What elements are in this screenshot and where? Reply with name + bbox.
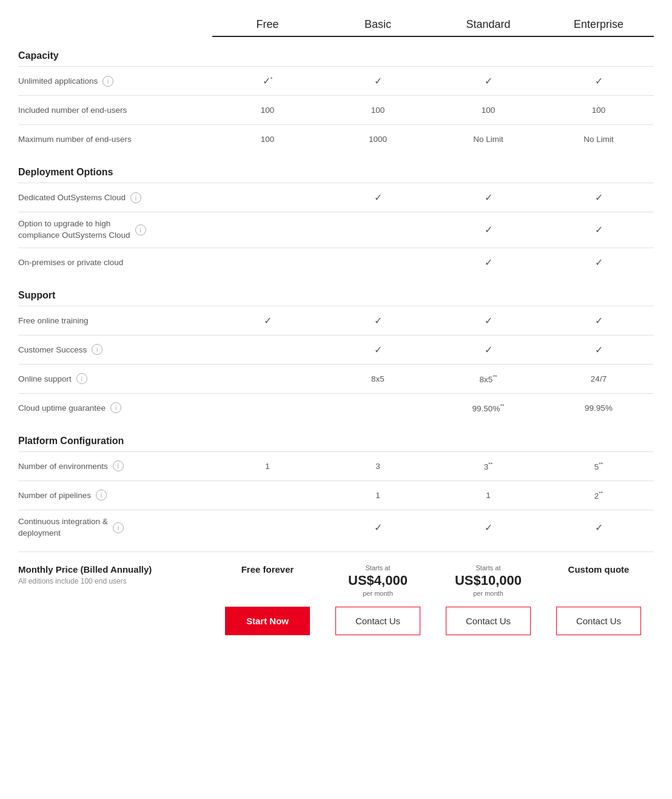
info-icon-unlimited-apps[interactable]: i [102, 76, 113, 87]
cell-free-environments: 1 [212, 456, 323, 477]
cell-free-max-users: 100 [212, 129, 323, 150]
price-basic-starts-at: Starts at [366, 564, 391, 571]
cell-enterprise-online-training: ✓ [543, 309, 654, 332]
cell-free-high-compliance [212, 224, 323, 236]
row-unlimited-apps: Unlimited applications i ✓* ✓ ✓ ✓ [18, 66, 654, 95]
cell-enterprise-environments: 5** [543, 455, 654, 477]
section-platform-title: Platform Configuration [18, 436, 212, 447]
header-standard: Standard [433, 12, 543, 37]
cell-standard-online-training: ✓ [433, 309, 543, 332]
cell-basic-on-premises [323, 256, 433, 268]
info-icon-dedicated-cloud[interactable]: i [130, 192, 141, 203]
btn-standard-cell: Contact Us [433, 607, 543, 635]
row-uptime-guarantee: Cloud uptime guarantee i 99.50%** 99.95% [18, 393, 654, 422]
cell-enterprise-dedicated-cloud: ✓ [543, 186, 654, 209]
label-ci-deployment: Continuous integration &deployment i [18, 510, 212, 545]
price-free-text: Free forever [241, 564, 294, 575]
label-high-compliance: Option to upgrade to highcompliance OutS… [18, 212, 212, 248]
cell-free-customer-success [212, 343, 323, 356]
cell-standard-customer-success: ✓ [433, 338, 543, 362]
column-headers: Free Basic Standard Enterprise [18, 12, 654, 37]
cell-free-ci-deployment [212, 522, 323, 534]
row-max-users: Maximum number of end-users 100 1000 No … [18, 124, 654, 153]
label-unlimited-apps: Unlimited applications i [18, 70, 212, 93]
cell-basic-dedicated-cloud: ✓ [323, 186, 433, 209]
start-now-button[interactable]: Start Now [225, 607, 310, 635]
cell-standard-unlimited-apps: ✓ [433, 69, 543, 93]
price-enterprise: Custom quote [543, 564, 654, 575]
price-basic: Starts at US$4,000 per month [323, 564, 433, 597]
row-environments: Number of environments i 1 3 3** 5** [18, 451, 654, 480]
info-icon-environments[interactable]: i [113, 460, 124, 471]
price-free: Free forever [212, 564, 323, 575]
cell-standard-on-premises: ✓ [433, 251, 543, 274]
row-dedicated-cloud: Dedicated OutSystems Cloud i ✓ ✓ ✓ [18, 183, 654, 212]
section-platform: Platform Configuration [18, 422, 654, 451]
row-online-support: Online support i 8x5 8x5** 24/7 [18, 364, 654, 393]
btn-free-cell: Start Now [212, 607, 323, 635]
price-basic-per-month: per month [363, 590, 393, 597]
cell-basic-environments: 3 [323, 456, 433, 477]
cell-free-online-support [212, 373, 323, 385]
header-enterprise: Enterprise [543, 12, 654, 37]
price-standard-per-month: per month [473, 590, 503, 597]
cell-enterprise-on-premises: ✓ [543, 251, 654, 274]
price-standard-starts-at: Starts at [476, 564, 501, 571]
row-ci-deployment: Continuous integration &deployment i ✓ ✓… [18, 510, 654, 545]
label-max-users: Maximum number of end-users [18, 129, 212, 150]
monthly-price-subtitle: All editions include 100 end users [18, 577, 212, 585]
contact-us-button-standard[interactable]: Contact Us [446, 607, 531, 635]
section-support: Support [18, 277, 654, 306]
cell-free-included-users: 100 [212, 99, 323, 121]
cell-basic-pipelines: 1 [323, 485, 433, 506]
info-icon-online-support[interactable]: i [76, 373, 87, 384]
cell-standard-dedicated-cloud: ✓ [433, 186, 543, 209]
header-empty [18, 12, 212, 37]
info-icon-pipelines[interactable]: i [96, 490, 107, 501]
info-icon-high-compliance[interactable]: i [135, 224, 146, 235]
section-support-title: Support [18, 290, 212, 301]
pricing-footer: Monthly Price (Billed Annually) All edit… [18, 551, 654, 597]
row-high-compliance: Option to upgrade to highcompliance OutS… [18, 212, 654, 248]
section-deployment-title: Deployment Options [18, 167, 212, 178]
contact-us-button-enterprise[interactable]: Contact Us [556, 607, 641, 635]
cell-enterprise-high-compliance: ✓ [543, 218, 654, 241]
cell-basic-online-support: 8x5 [323, 368, 433, 389]
row-pipelines: Number of pipelines i 1 1 2** [18, 480, 654, 510]
cell-standard-max-users: No Limit [433, 129, 543, 150]
section-capacity-title: Capacity [18, 50, 212, 61]
cell-enterprise-max-users: No Limit [543, 129, 654, 150]
info-icon-uptime-guarantee[interactable]: i [110, 402, 121, 413]
pricing-label-area: Monthly Price (Billed Annually) All edit… [18, 564, 212, 585]
label-customer-success: Customer Success i [18, 338, 212, 361]
info-icon-ci-deployment[interactable]: i [113, 522, 124, 533]
buttons-empty [18, 607, 212, 635]
label-included-users: Included number of end-users [18, 99, 212, 121]
cell-standard-environments: 3** [433, 455, 543, 477]
cell-basic-online-training: ✓ [323, 309, 433, 332]
cell-free-online-training: ✓ [212, 309, 323, 332]
label-uptime-guarantee: Cloud uptime guarantee i [18, 396, 212, 419]
cell-basic-high-compliance [323, 224, 433, 236]
cell-free-unlimited-apps: ✓* [212, 69, 323, 93]
contact-us-button-basic[interactable]: Contact Us [335, 607, 420, 635]
monthly-price-title: Monthly Price (Billed Annually) [18, 564, 212, 575]
cell-enterprise-customer-success: ✓ [543, 338, 654, 362]
cell-standard-ci-deployment: ✓ [433, 516, 543, 539]
cell-basic-included-users: 100 [323, 99, 433, 121]
cell-free-pipelines [212, 489, 323, 501]
buttons-row: Start Now Contact Us Contact Us Contact … [18, 597, 654, 641]
row-on-premises: On-premises or private cloud ✓ ✓ [18, 248, 654, 277]
cell-basic-customer-success: ✓ [323, 338, 433, 362]
btn-enterprise-cell: Contact Us [543, 607, 654, 635]
cell-basic-uptime-guarantee [323, 402, 433, 414]
section-deployment: Deployment Options [18, 153, 654, 183]
info-icon-customer-success[interactable]: i [92, 344, 102, 355]
cell-free-uptime-guarantee [212, 402, 323, 414]
price-standard: Starts at US$10,000 per month [433, 564, 543, 597]
price-basic-amount: US$4,000 [348, 573, 408, 588]
label-online-support: Online support i [18, 367, 212, 390]
cell-enterprise-included-users: 100 [543, 99, 654, 121]
header-basic: Basic [323, 12, 433, 37]
label-dedicated-cloud: Dedicated OutSystems Cloud i [18, 186, 212, 209]
